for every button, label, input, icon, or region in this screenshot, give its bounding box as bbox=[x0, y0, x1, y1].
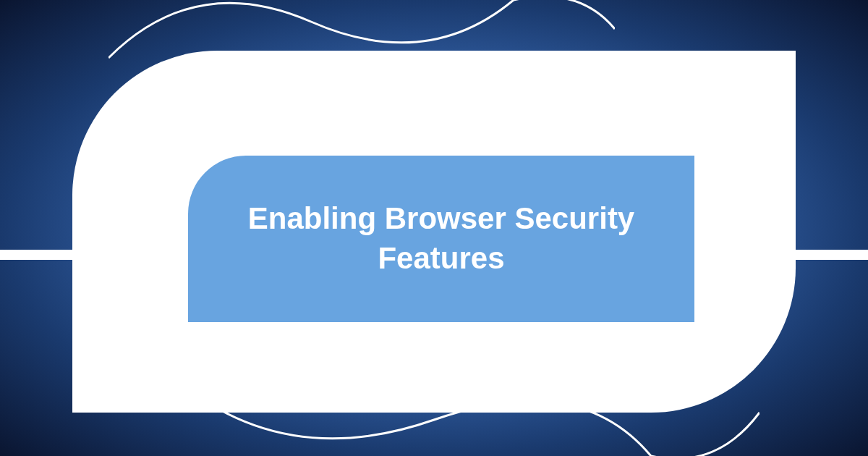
outer-card: Enabling Browser Security Features bbox=[72, 51, 796, 413]
inner-card: Enabling Browser Security Features bbox=[188, 156, 694, 322]
card-title: Enabling Browser Security Features bbox=[231, 199, 651, 278]
